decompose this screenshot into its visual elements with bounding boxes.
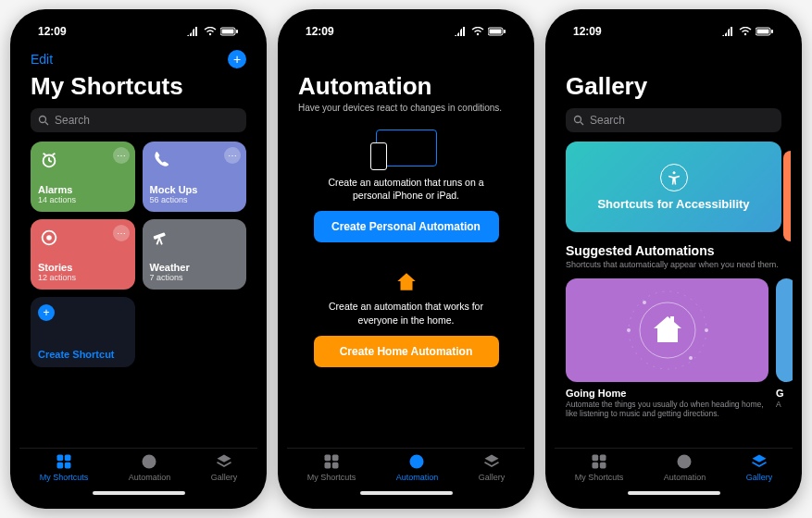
tab-label: Automation [664,473,706,482]
svg-rect-58 [592,462,598,469]
tab-gallery[interactable]: Gallery [479,452,506,482]
button-label: Create Personal Automation [331,220,481,233]
home-indicator[interactable] [628,491,720,495]
svg-rect-39 [725,31,727,36]
svg-rect-34 [332,455,339,462]
battery-icon [756,27,774,36]
tab-automation[interactable]: Automation [396,452,439,482]
svg-rect-45 [771,30,773,33]
tile-sub: 12 actions [38,273,128,282]
banner-peek[interactable] [783,151,791,241]
clock-icon [140,452,158,471]
search-placeholder: Search [55,114,90,127]
accessibility-banner[interactable]: Shortcuts for Accessibility [566,142,781,232]
status-time: 12:09 [306,25,334,38]
tab-my-shortcuts[interactable]: My Shortcuts [575,452,624,482]
wifi-icon [204,27,217,36]
tab-label: Automation [129,473,171,482]
search-input[interactable]: Search [566,108,781,132]
home-indicator[interactable] [360,491,453,495]
create-shortcut-tile[interactable]: + Create Shortcut [31,297,135,367]
status-time: 12:09 [38,25,67,38]
svg-rect-6 [222,30,234,34]
card-going-home[interactable] [566,278,768,382]
svg-rect-3 [195,27,197,36]
svg-rect-32 [504,30,506,33]
grid-icon [590,452,608,471]
svg-rect-31 [490,30,502,34]
svg-rect-41 [731,27,732,36]
shortcut-tile-weather[interactable]: Weather 7 actions [143,219,247,290]
page-title: Gallery [566,72,781,101]
home-glyph-icon [598,289,737,372]
tab-automation[interactable]: Automation [129,452,171,482]
signal-icon [455,27,468,36]
tab-my-shortcuts[interactable]: My Shortcuts [307,452,356,482]
svg-rect-20 [56,455,63,462]
wifi-icon [471,27,484,36]
phone-icon [150,149,172,171]
card-peek[interactable] [776,278,793,382]
personal-automation-desc: Create an automation that runs on a pers… [298,176,514,202]
edit-button[interactable]: Edit [31,52,53,67]
shortcut-tile-alarms[interactable]: ⋯ Alarms 14 actions [31,142,135,212]
svg-rect-59 [600,462,606,469]
tab-automation[interactable]: Automation [664,452,706,482]
svg-point-16 [46,235,52,240]
home-indicator[interactable] [93,491,185,495]
status-bar: 12:09 [19,18,257,44]
banner-text: Shortcuts for Accessibility [597,197,749,211]
create-personal-automation-button[interactable]: Create Personal Automation [314,211,499,242]
svg-line-19 [159,238,162,244]
tab-label: My Shortcuts [575,473,624,482]
svg-rect-28 [463,27,465,36]
status-icons [722,27,774,36]
search-input[interactable]: Search [31,108,246,132]
grid-icon [322,452,341,471]
svg-point-29 [477,33,479,35]
tab-gallery[interactable]: Gallery [746,452,773,482]
alarm-icon [38,149,60,171]
stack-icon [750,452,768,471]
tile-more-icon[interactable]: ⋯ [113,225,130,241]
stack-icon [215,452,233,471]
svg-rect-26 [457,31,459,36]
tile-more-icon[interactable]: ⋯ [224,147,241,164]
add-shortcut-button[interactable]: + [228,50,246,68]
tab-gallery[interactable]: Gallery [211,452,238,482]
status-icons [455,27,506,36]
tab-label: Automation [396,473,439,482]
svg-point-53 [643,301,646,304]
search-placeholder: Search [590,114,625,127]
telescope-icon [150,227,172,249]
create-home-automation-button[interactable]: Create Home Automation [314,336,499,367]
svg-rect-55 [670,316,674,324]
svg-line-47 [581,122,583,125]
status-bar: 12:09 [287,18,525,44]
section-subtitle: Shortcuts that automatically appear when… [566,260,781,271]
home-icon [394,270,418,294]
svg-rect-23 [65,462,71,469]
tab-my-shortcuts[interactable]: My Shortcuts [40,452,89,482]
section-title: Suggested Automations [566,243,781,258]
tile-more-icon[interactable]: ⋯ [113,147,130,164]
svg-rect-2 [193,29,194,36]
tile-name: Stories [38,262,128,273]
grid-icon [55,452,73,471]
accessibility-icon [660,164,688,191]
shortcut-tile-stories[interactable]: ⋯ Stories 12 actions [31,219,135,290]
svg-line-14 [53,154,56,155]
svg-rect-1 [190,31,192,36]
shortcut-tile-mockups[interactable]: ⋯ Mock Ups 56 actions [143,142,247,212]
status-icons [187,27,239,36]
page-title: Automation [298,72,514,101]
svg-rect-7 [236,30,238,33]
svg-rect-35 [324,462,331,469]
tab-label: Gallery [746,473,773,482]
svg-point-37 [410,455,424,469]
svg-rect-57 [600,455,606,462]
svg-point-4 [209,33,211,35]
svg-rect-38 [722,32,724,36]
tab-label: Gallery [211,473,238,482]
svg-point-51 [627,328,631,332]
